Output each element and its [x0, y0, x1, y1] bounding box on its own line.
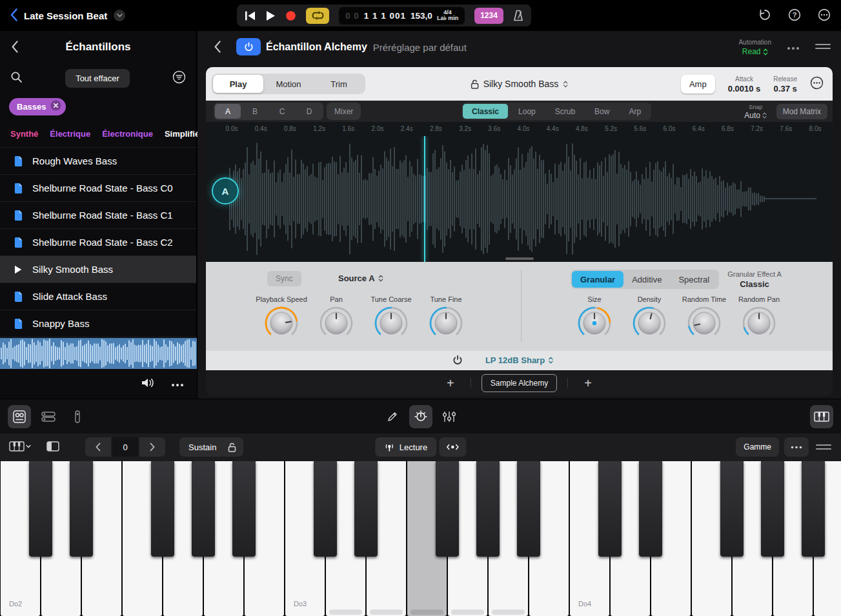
active-filter-tag[interactable]: Basses: [9, 98, 66, 115]
filter-type-select[interactable]: LP 12dB Sharp: [485, 355, 553, 365]
mode-classic[interactable]: Classic: [463, 104, 508, 119]
edit-pencil-button[interactable]: [381, 405, 404, 428]
source-select[interactable]: Source A: [338, 273, 383, 283]
list-item[interactable]: Shelburne Road State - Bass C2: [0, 229, 196, 256]
metronome-button[interactable]: [513, 10, 523, 21]
knob-size[interactable]: Size: [566, 295, 623, 344]
scale-button[interactable]: Gamme: [736, 437, 779, 457]
knob-dial[interactable]: [263, 332, 299, 343]
black-key[interactable]: [598, 461, 622, 557]
sustain-button[interactable]: Sustain: [179, 437, 225, 457]
keyboard-type-button[interactable]: [9, 441, 31, 453]
black-key[interactable]: [151, 461, 174, 557]
tab-motion[interactable]: Motion: [263, 75, 314, 93]
preview-volume-button[interactable]: [141, 377, 156, 390]
filter-power-button[interactable]: [452, 355, 463, 367]
black-key[interactable]: [476, 461, 500, 557]
amp-button[interactable]: Amp: [681, 75, 715, 94]
help-button[interactable]: ?: [788, 8, 801, 23]
sync-button[interactable]: Sync: [267, 271, 301, 286]
knob-dial[interactable]: [318, 332, 354, 343]
controls-view-button[interactable]: [409, 405, 432, 428]
attack-control[interactable]: Attack 0.0010 s: [728, 74, 761, 94]
black-key[interactable]: [314, 461, 337, 557]
sample-preview-waveform[interactable]: [0, 338, 197, 369]
keyboard-view-button[interactable]: [810, 405, 833, 428]
automation-control[interactable]: Automation Read: [738, 38, 771, 56]
mode-bow[interactable]: Bow: [585, 104, 618, 119]
play-icon[interactable]: [12, 265, 24, 274]
knob-dial[interactable]: [741, 332, 777, 343]
filter-chip-electronique[interactable]: Électronique: [102, 129, 153, 139]
sidebar-back-chevron-icon[interactable]: [12, 41, 18, 55]
keyboard-drag-handle[interactable]: [814, 437, 833, 457]
granular-effect-select[interactable]: Granular Effect A Classic: [704, 270, 805, 289]
release-control[interactable]: Release 0.37 s: [773, 74, 797, 94]
source-tab-c[interactable]: C: [269, 104, 295, 119]
lcd-display[interactable]: 0 0 1 1 1 001 153,0 4/4 La♭ min: [339, 7, 465, 25]
sample-alchemy-chip[interactable]: Sample Alchemy: [481, 374, 557, 392]
search-icon[interactable]: [10, 71, 23, 85]
playhead[interactable]: [424, 136, 425, 262]
keyboard-more-button[interactable]: [784, 437, 809, 457]
tracks-view-button[interactable]: [37, 405, 60, 428]
add-plugin-left-button[interactable]: +: [441, 373, 460, 393]
plugin-back-chevron-icon[interactable]: [214, 41, 221, 55]
preset-selector[interactable]: Silky Smooth Bass: [471, 79, 569, 89]
black-key[interactable]: [802, 461, 825, 557]
list-item-selected[interactable]: Silky Smooth Bass: [0, 256, 196, 283]
list-item[interactable]: Shelburne Road State - Bass C1: [0, 202, 196, 229]
mod-matrix-button[interactable]: Mod Matrix: [776, 104, 827, 119]
knob-pan[interactable]: Pan: [308, 295, 365, 344]
waveform-display[interactable]: A: [206, 136, 833, 262]
source-a-handle[interactable]: A: [212, 177, 239, 204]
knob-density[interactable]: Density: [621, 295, 678, 344]
tab-play[interactable]: Play: [213, 75, 263, 93]
count-in-button[interactable]: 1234: [474, 8, 503, 24]
play-mode-button[interactable]: Lecture: [375, 437, 436, 457]
black-key[interactable]: [192, 461, 215, 557]
knob-dial[interactable]: [576, 332, 613, 343]
list-item[interactable]: Snappy Bass: [0, 310, 196, 337]
black-key[interactable]: [232, 461, 256, 557]
piano-keyboard[interactable]: Do2Do3Do4: [0, 461, 841, 616]
settings-button[interactable]: [818, 8, 831, 23]
black-key[interactable]: [354, 461, 378, 557]
knob-random-pan[interactable]: Random Pan: [731, 295, 787, 344]
tab-trim[interactable]: Trim: [314, 75, 364, 93]
sidebar-toggle-button[interactable]: [46, 441, 59, 453]
io-view-button[interactable]: [66, 405, 89, 428]
scroll-mode-button[interactable]: [439, 437, 466, 457]
source-tab-a[interactable]: A: [215, 104, 241, 119]
octave-down-button[interactable]: [85, 437, 111, 457]
mode-scrub[interactable]: Scrub: [546, 104, 584, 119]
play-button[interactable]: [265, 10, 276, 21]
sustain-lock-button[interactable]: [220, 437, 243, 457]
plugin-more-button[interactable]: [787, 43, 800, 52]
project-title[interactable]: Late Session Beat: [24, 10, 107, 21]
knob-dial[interactable]: [686, 332, 722, 343]
sidebar-more-button[interactable]: [171, 379, 184, 389]
back-chevron-icon[interactable]: [10, 8, 17, 23]
list-item[interactable]: Slide Attack Bass: [0, 283, 196, 310]
black-key[interactable]: [517, 461, 540, 557]
faders-view-button[interactable]: [438, 405, 461, 428]
knob-tune-coarse[interactable]: Tune Coarse: [363, 295, 420, 344]
knob-random-time[interactable]: Random Time: [676, 295, 733, 344]
black-key[interactable]: [29, 461, 52, 557]
list-item[interactable]: Shelburne Road State - Bass C0: [0, 175, 196, 202]
black-key[interactable]: [639, 461, 662, 557]
filter-icon[interactable]: [172, 70, 186, 86]
add-plugin-right-button[interactable]: +: [578, 373, 598, 393]
mixer-button[interactable]: Mixer: [327, 103, 361, 120]
synth-granular[interactable]: Granular: [572, 271, 623, 288]
source-tab-b[interactable]: B: [242, 104, 268, 119]
knob-dial[interactable]: [631, 332, 667, 343]
plugin-power-button[interactable]: [236, 38, 261, 55]
knob-dial[interactable]: [428, 332, 464, 343]
synth-additive[interactable]: Additive: [623, 271, 670, 288]
time-ruler[interactable]: 0.0s0.4s0.8s1.2s1.6s2.0s2.4s2.8s3.2s3.6s…: [206, 122, 833, 136]
record-button[interactable]: [285, 10, 296, 21]
source-tab-d[interactable]: D: [296, 104, 322, 119]
knob-dial[interactable]: [373, 332, 409, 343]
